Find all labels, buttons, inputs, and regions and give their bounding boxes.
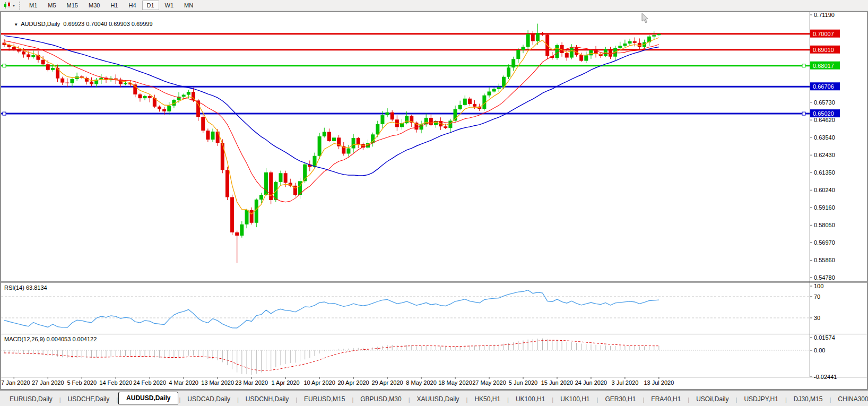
date-label: 4 Mar 2020 — [169, 379, 198, 386]
timeframe-button-m15[interactable]: M15 — [62, 1, 83, 10]
candle-body — [386, 113, 389, 115]
timeframe-button-mn[interactable]: MN — [179, 1, 198, 10]
candle-body — [541, 33, 544, 34]
timeframe-button-m5[interactable]: M5 — [43, 1, 60, 10]
tab-dj30-m15[interactable]: DJ30,M15 — [787, 394, 829, 404]
price-tick-label: 0.65730 — [814, 99, 835, 106]
chart-symbol-period: AUDUSD,Daily — [21, 21, 60, 27]
date-label: 3 Jul 2020 — [612, 379, 639, 386]
price-tick-label: 0.64620 — [814, 117, 835, 123]
mouse-cursor-arrow — [642, 13, 648, 23]
candle-body — [206, 131, 210, 140]
candle-body — [473, 104, 476, 107]
candle-body — [531, 34, 535, 41]
line-handle[interactable] — [802, 112, 805, 115]
candle-body — [46, 64, 50, 70]
tab-usoil-daily[interactable]: USOil,Daily — [690, 394, 735, 404]
line-handle[interactable] — [802, 64, 805, 67]
candle-body — [318, 136, 322, 156]
timeframe-button-m1[interactable]: M1 — [24, 1, 42, 10]
tab-audusd-daily[interactable]: AUDUSD,Daily — [118, 392, 178, 404]
tab-usdchf-daily[interactable]: USDCHF,Daily — [62, 394, 116, 404]
timeframe-button-d1[interactable]: D1 — [142, 1, 159, 10]
candle-body — [521, 47, 525, 50]
ma-slow-line — [4, 36, 659, 176]
candle-body — [579, 55, 583, 61]
tab-eurusd-m15[interactable]: EURUSD,M15 — [298, 394, 351, 404]
candle-body — [376, 124, 379, 134]
candle-body — [618, 46, 622, 48]
candle-body — [628, 41, 632, 44]
date-label: 17 Jan 2020 — [1, 379, 30, 386]
candle-body — [584, 55, 588, 61]
candle-body — [250, 210, 254, 223]
candle-body — [526, 34, 530, 47]
candle-body — [284, 173, 288, 183]
candle-body — [380, 115, 384, 124]
timeframe-buttons: M1M5M15M30H1H4D1W1MN — [24, 1, 198, 10]
tab-eurusd-daily[interactable]: EURUSD,Daily — [3, 394, 59, 404]
candle-body — [511, 59, 515, 67]
tab-uk100-h1[interactable]: UK100,H1 — [554, 394, 596, 404]
candle-body — [51, 68, 55, 70]
chart-type-button[interactable]: ▾ — [1, 1, 17, 10]
chart-title: ▼AUDUSD,Daily 0.69923 0.70040 0.69903 0.… — [4, 14, 153, 33]
trading-terminal: ▾ M1M5M15M30H1H4D1W1MN 0.711900.657300.6… — [0, 0, 868, 406]
tab-china300-h4[interactable]: CHINA300,H4 — [831, 394, 868, 404]
svg-text:0.70007: 0.70007 — [813, 31, 834, 37]
candle-body — [12, 47, 16, 49]
tab-fra40-h1[interactable]: FRA40,H1 — [645, 394, 687, 404]
candle-body — [143, 96, 147, 98]
tab-gbpusd-m30[interactable]: GBPUSD,M30 — [354, 394, 407, 404]
candle-body — [323, 132, 326, 136]
price-tick-label: 0.60240 — [814, 187, 835, 193]
candle-body — [158, 107, 161, 109]
candle-body — [458, 105, 462, 109]
chart-tabbar: EURUSD,Daily|USDCHF,Daily|AUDUSD,Daily|U… — [0, 390, 868, 406]
candle-body — [609, 49, 612, 57]
tab-ger30-h1[interactable]: GER30,H1 — [598, 394, 642, 404]
timeframe-button-h1[interactable]: H1 — [106, 1, 123, 10]
candle-body — [201, 117, 205, 131]
horizontal-line-0.65020[interactable] — [1, 112, 810, 115]
candlestick-chart-icon — [3, 1, 12, 10]
date-label: 18 May 2020 — [438, 379, 472, 386]
tab-uk100-h1[interactable]: UK100,H1 — [509, 394, 551, 404]
toolbar-grip[interactable] — [19, 2, 20, 10]
line-handle[interactable] — [3, 64, 6, 67]
tab-usdcad-daily[interactable]: USDCAD,Daily — [181, 394, 237, 404]
candle-body — [405, 116, 409, 123]
candle-body — [633, 41, 637, 43]
candle-body — [346, 149, 350, 154]
price-badge-0.68017: 0.68017 — [810, 62, 840, 70]
tab-usdjpy-h1[interactable]: USDJPY,H1 — [737, 394, 784, 404]
date-label: 15 Jun 2020 — [541, 379, 574, 386]
timeframe-button-h4[interactable]: H4 — [124, 1, 141, 10]
line-handle[interactable] — [3, 112, 6, 115]
rsi-indicator-label: RSI(14) 63.8134 — [4, 284, 47, 291]
candle-body — [65, 83, 69, 83]
candle-body — [497, 87, 501, 89]
candle-body — [255, 200, 258, 223]
window-menu-icon[interactable]: ▼ — [14, 22, 18, 27]
date-label: 24 Feb 2020 — [133, 379, 166, 386]
chart-canvas[interactable]: 0.711900.657300.646200.635400.624300.613… — [1, 12, 867, 389]
svg-text:0.69010: 0.69010 — [813, 47, 834, 53]
timeframe-button-w1[interactable]: W1 — [160, 1, 179, 10]
candle-body — [652, 35, 656, 36]
price-tick-label: 0.61350 — [814, 169, 835, 176]
price-tick-label: 0.55860 — [814, 257, 835, 263]
tab-xauusd-daily[interactable]: XAUUSD,Daily — [411, 394, 466, 404]
tab-usdcnh-daily[interactable]: USDCNH,Daily — [239, 394, 295, 404]
price-badge-0.70007: 0.70007 — [810, 30, 840, 38]
candle-body — [22, 51, 25, 54]
price-tick-label: 0.71190 — [814, 12, 835, 18]
macd-indicator-label: MACD(12,26,9) 0.004053 0.004122 — [4, 336, 97, 342]
toolbar: ▾ M1M5M15M30H1H4D1W1MN — [0, 0, 868, 11]
timeframe-button-m30[interactable]: M30 — [84, 1, 105, 10]
tab-hk50-h1[interactable]: HK50,H1 — [468, 394, 507, 404]
date-label: 5 Jun 2020 — [509, 379, 537, 386]
date-label: 23 Mar 2020 — [235, 379, 268, 386]
price-tick-label: 0.58050 — [814, 222, 835, 228]
candle-body — [357, 138, 360, 144]
